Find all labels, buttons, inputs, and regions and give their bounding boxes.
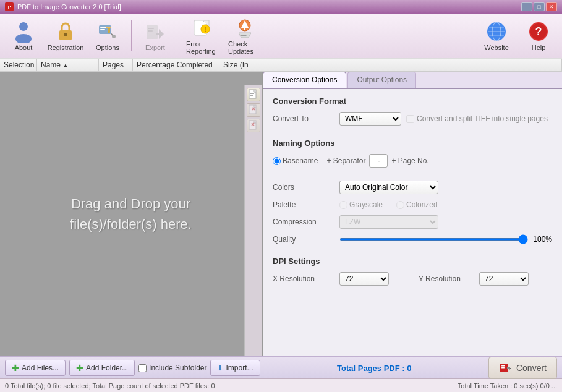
colors-select[interactable]: Auto Original Color Grayscale RGB CMYK	[339, 181, 438, 194]
convert-to-select[interactable]: WMF BMP EMF GIF JPG PDF PNG TIFF	[339, 112, 401, 126]
add-files-label: Add Files...	[22, 364, 59, 372]
options-button[interactable]: Options	[88, 17, 127, 55]
convert-to-row: Convert To WMF BMP EMF GIF JPG PDF PNG T…	[273, 112, 552, 126]
app-icon: P	[5, 2, 14, 11]
grayscale-radio[interactable]	[339, 201, 347, 209]
registration-button[interactable]: Registration	[46, 17, 85, 55]
include-subfolder-label[interactable]: Include Subfolder	[138, 364, 206, 372]
website-icon	[485, 20, 508, 43]
svg-rect-14	[156, 33, 160, 35]
quality-value: 100%	[533, 235, 552, 244]
panel-content: Conversion Format Convert To WMF BMP EMF…	[263, 89, 562, 356]
website-button[interactable]: Website	[477, 17, 516, 55]
divider-1	[273, 132, 552, 132]
separator-value-input[interactable]	[369, 154, 388, 168]
window-title: PDF to Image Converter 2.0 [Trial]	[17, 3, 121, 11]
error-reporting-button[interactable]: ! Error Reporting	[183, 17, 223, 55]
help-button[interactable]: ? Help	[519, 17, 558, 55]
quality-slider-container: 100%	[339, 235, 552, 244]
svg-rect-21	[244, 28, 245, 30]
help-label: Help	[532, 44, 546, 51]
file-list-area: Drag and Drop your file(s)/folder(s) her…	[0, 72, 263, 356]
dpi-settings-title: DPI Settings	[273, 257, 552, 266]
divider-2	[273, 174, 552, 174]
svg-rect-10	[147, 25, 158, 39]
basename-radio[interactable]	[273, 157, 281, 165]
palette-label: Palette	[273, 200, 334, 209]
grayscale-radio-label: Grayscale	[339, 200, 383, 209]
column-headers: Selection Name ▲ Pages Percentage Comple…	[0, 58, 562, 72]
pages-header[interactable]: Pages	[99, 59, 133, 71]
x-resolution-select[interactable]: 72 96 150 200 300 600	[339, 272, 389, 286]
convert-to-label: Convert To	[273, 114, 334, 123]
svg-rect-44	[507, 367, 510, 369]
options-icon	[96, 20, 119, 43]
naming-row: Basename + Separator + Page No.	[273, 154, 552, 168]
website-label: Website	[484, 44, 509, 51]
add-folder-label: Add Folder...	[86, 364, 128, 372]
status-bar: 0 Total file(s); 0 file selected; Total …	[0, 378, 562, 392]
percentage-completed-header[interactable]: Percentage Completed	[133, 59, 219, 71]
separator-1	[131, 20, 132, 51]
page-icon-3[interactable]	[247, 119, 260, 132]
svg-rect-8	[106, 27, 111, 28]
dpi-row: X Resolution 72 96 150 200 300 600 Y Res…	[273, 272, 552, 286]
divider-3	[273, 250, 552, 250]
export-label: Export	[145, 44, 165, 51]
add-files-icon: ✚	[12, 363, 19, 373]
naming-options-title: Naming Options	[273, 138, 552, 148]
check-updates-label: Check Updates	[228, 40, 262, 55]
tiff-checkbox-label: Convert and split TIFF into single pages	[406, 114, 548, 123]
compression-row: Compression LZW None RLE	[273, 215, 552, 229]
tab-conversion-options[interactable]: Conversion Options	[263, 72, 346, 88]
y-resolution-select[interactable]: 72 96 150 200 300 600	[479, 272, 529, 286]
name-header[interactable]: Name ▲	[37, 59, 99, 71]
colorized-radio-label: Colorized	[396, 200, 438, 209]
page-icon-2[interactable]	[247, 103, 260, 117]
compression-label: Compression	[273, 218, 334, 226]
conversion-format-title: Conversion Format	[273, 96, 552, 106]
about-icon	[12, 20, 35, 43]
check-updates-button[interactable]: Check Updates	[225, 17, 265, 55]
add-files-button[interactable]: ✚ Add Files...	[5, 360, 66, 376]
about-button[interactable]: About	[4, 17, 43, 55]
check-updates-icon	[234, 17, 256, 39]
svg-point-1	[15, 34, 32, 43]
toolbar: About Registration Options	[0, 14, 562, 58]
include-subfolder-checkbox[interactable]	[138, 364, 147, 372]
compression-select[interactable]: LZW None RLE	[339, 215, 438, 229]
maximize-button[interactable]: □	[534, 2, 545, 11]
title-bar: P PDF to Image Converter 2.0 [Trial] ─ □…	[0, 0, 562, 14]
tabs: Conversion Options Output Options	[263, 72, 562, 89]
help-icon: ?	[527, 20, 550, 43]
import-icon: ⬇	[217, 364, 223, 372]
close-button[interactable]: ✕	[546, 2, 557, 11]
add-folder-button[interactable]: ✚ Add Folder...	[69, 360, 135, 376]
file-drop-zone[interactable]: Drag and Drop your file(s)/folder(s) her…	[0, 72, 262, 356]
page-icon-1[interactable]	[247, 88, 260, 101]
right-panel: Conversion Options Output Options Conver…	[263, 72, 562, 356]
colors-label: Colors	[273, 183, 334, 192]
svg-rect-12	[148, 30, 153, 32]
tiff-checkbox[interactable]	[406, 115, 414, 123]
palette-row: Palette Grayscale Colorized	[273, 200, 552, 209]
export-button[interactable]: Export	[135, 17, 175, 55]
svg-point-3	[64, 33, 67, 36]
tab-output-options[interactable]: Output Options	[347, 72, 416, 88]
import-button[interactable]: ⬇ Import...	[210, 360, 260, 376]
about-label: About	[15, 44, 33, 51]
naming-radio-group: Basename + Separator + Page No.	[273, 154, 429, 168]
title-bar-controls: ─ □ ✕	[521, 2, 557, 11]
export-icon	[144, 20, 166, 43]
minimize-button[interactable]: ─	[521, 2, 532, 11]
svg-point-0	[19, 22, 28, 31]
size-header[interactable]: Size (In	[219, 59, 562, 71]
convert-button[interactable]: Convert	[488, 357, 557, 379]
selection-header[interactable]: Selection	[0, 59, 37, 71]
quality-row: Quality 100%	[273, 235, 552, 244]
colorized-radio[interactable]	[396, 201, 404, 209]
convert-label: Convert	[516, 363, 547, 373]
quality-slider[interactable]	[339, 238, 528, 241]
svg-rect-33	[250, 95, 253, 96]
error-reporting-label: Error Reporting	[186, 40, 219, 55]
